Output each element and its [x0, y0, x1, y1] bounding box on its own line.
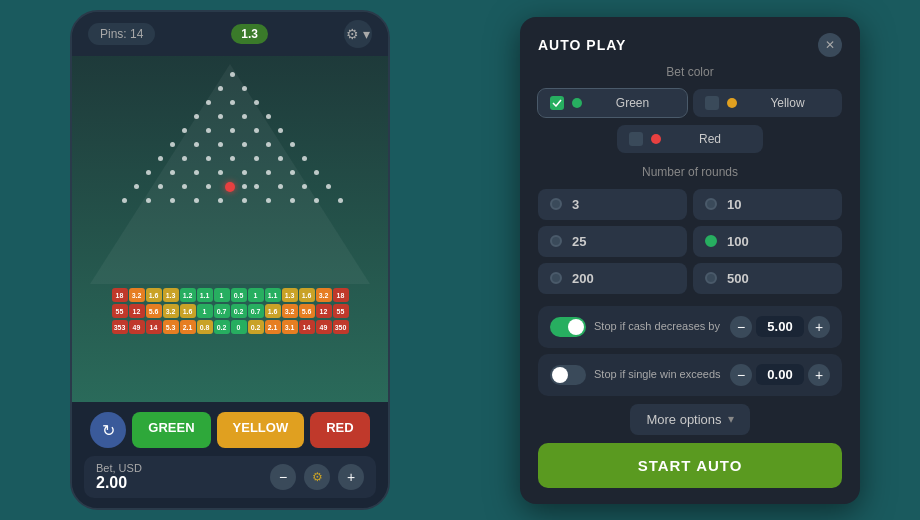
red-button[interactable]: RED — [310, 412, 369, 448]
stop1-minus[interactable]: − — [730, 316, 752, 338]
stop1-value-group: − 5.00 + — [730, 316, 830, 338]
mult-cell: 1.3 — [282, 288, 298, 302]
round-label-3: 3 — [572, 197, 579, 212]
mult-cell: 1.6 — [180, 304, 196, 318]
mult-cell: 0.5 — [231, 288, 247, 302]
stop2-toggle[interactable] — [550, 365, 586, 385]
phone-frame: Pins: 14 1.3 ⚙ ▾ — [70, 10, 390, 510]
bet-label: Bet, USD — [96, 462, 142, 474]
color-check-red — [629, 132, 643, 146]
mult-cell: 5.6 — [146, 304, 162, 318]
round-option-25[interactable]: 25 — [538, 226, 687, 257]
chevron-down-icon: ▾ — [728, 412, 734, 426]
color-buttons: ↻ GREEN YELLOW RED — [84, 412, 376, 448]
start-auto-button[interactable]: START AUTO — [538, 443, 842, 488]
mult-cell: 1.6 — [265, 304, 281, 318]
stop1-plus[interactable]: + — [808, 316, 830, 338]
mult-cell: 3.2 — [129, 288, 145, 302]
multiplier-rows: 18 3.2 1.6 1.3 1.2 1.1 1 0.5 1 1.1 1.3 1… — [85, 288, 375, 334]
mult-cell: 3.2 — [282, 304, 298, 318]
stop2-plus[interactable]: + — [808, 364, 830, 386]
bet-plus-button[interactable]: + — [338, 464, 364, 490]
close-button[interactable]: ✕ — [818, 33, 842, 57]
mult-cell: 1.1 — [265, 288, 281, 302]
mult-row-3: 353 49 14 5.3 2.1 0.8 0.2 0 0.2 2.1 3.1 … — [85, 320, 375, 334]
stop-condition-1: Stop if cash decreases by − 5.00 + — [538, 306, 842, 348]
stop2-value[interactable]: 0.00 — [756, 364, 804, 385]
round-label-10: 10 — [727, 197, 741, 212]
round-option-3[interactable]: 3 — [538, 189, 687, 220]
left-panel: Pins: 14 1.3 ⚙ ▾ — [0, 0, 460, 520]
rounds-grid: 3 10 25 100 200 — [538, 189, 842, 294]
stop2-text: Stop if single win exceeds — [594, 367, 722, 381]
game-area: 18 3.2 1.6 1.3 1.2 1.1 1 0.5 1 1.1 1.3 1… — [72, 56, 388, 402]
bet-minus-button[interactable]: − — [270, 464, 296, 490]
mult-cell: 0.2 — [231, 304, 247, 318]
round-label-500: 500 — [727, 271, 749, 286]
stop2-minus[interactable]: − — [730, 364, 752, 386]
mult-cell: 1.2 — [180, 288, 196, 302]
stop-condition-2: Stop if single win exceeds − 0.00 + — [538, 354, 842, 396]
mult-cell: 3.2 — [316, 288, 332, 302]
bet-coins-button[interactable]: ⚙ — [304, 464, 330, 490]
start-auto-label: START AUTO — [638, 457, 743, 474]
round-radio-200 — [550, 272, 562, 284]
mult-cell: 1 — [214, 288, 230, 302]
auto-play-modal: AUTO PLAY ✕ Bet color Green — [520, 17, 860, 504]
stop2-value-group: − 0.00 + — [730, 364, 830, 386]
mult-cell: 1.6 — [146, 288, 162, 302]
mult-cell: 1.1 — [197, 288, 213, 302]
round-label-100: 100 — [727, 234, 749, 249]
mult-cell: 2.1 — [265, 320, 281, 334]
more-options-button[interactable]: More options ▾ — [630, 404, 749, 435]
bet-info: Bet, USD 2.00 — [96, 462, 142, 492]
right-panel: AUTO PLAY ✕ Bet color Green — [460, 0, 920, 520]
bet-controls: − ⚙ + — [270, 464, 364, 490]
refresh-button[interactable]: ↻ — [90, 412, 126, 448]
color-option-green[interactable]: Green — [538, 89, 687, 117]
bet-color-label: Bet color — [538, 65, 842, 79]
mult-cell: 5.6 — [299, 304, 315, 318]
more-options-label: More options — [646, 412, 721, 427]
mult-cell: 0 — [231, 320, 247, 334]
mult-cell: 3.2 — [163, 304, 179, 318]
stop2-knob — [552, 367, 568, 383]
bet-color-single: Red — [538, 125, 842, 153]
mult-cell: 18 — [333, 288, 349, 302]
stop1-value[interactable]: 5.00 — [756, 316, 804, 337]
mult-cell: 0.7 — [214, 304, 230, 318]
green-label: Green — [590, 96, 675, 110]
mult-cell: 1.3 — [163, 288, 179, 302]
color-check-yellow — [705, 96, 719, 110]
mult-cell: 14 — [299, 320, 315, 334]
mult-cell: 1 — [248, 288, 264, 302]
green-button[interactable]: GREEN — [132, 412, 210, 448]
color-option-yellow[interactable]: Yellow — [693, 89, 842, 117]
mult-cell: 3.1 — [282, 320, 298, 334]
phone-controls: ↻ GREEN YELLOW RED Bet, USD 2.00 − — [72, 402, 388, 508]
bet-value: 2.00 — [96, 474, 142, 492]
round-option-100[interactable]: 100 — [693, 226, 842, 257]
round-option-500[interactable]: 500 — [693, 263, 842, 294]
round-radio-3 — [550, 198, 562, 210]
yellow-button[interactable]: YELLOW — [217, 412, 305, 448]
color-option-red[interactable]: Red — [617, 125, 763, 153]
yellow-label: Yellow — [745, 96, 830, 110]
round-option-200[interactable]: 200 — [538, 263, 687, 294]
triangle-area — [90, 64, 370, 284]
bet-color-grid: Green Yellow — [538, 89, 842, 117]
round-option-10[interactable]: 10 — [693, 189, 842, 220]
bet-row: Bet, USD 2.00 − ⚙ + — [84, 456, 376, 498]
stop1-toggle[interactable] — [550, 317, 586, 337]
mult-cell: 12 — [316, 304, 332, 318]
settings-button[interactable]: ⚙ ▾ — [344, 20, 372, 48]
mult-cell: 55 — [333, 304, 349, 318]
yellow-dot — [727, 98, 737, 108]
mult-cell: 1 — [197, 304, 213, 318]
modal-header: AUTO PLAY ✕ — [520, 17, 860, 65]
mult-cell: 49 — [129, 320, 145, 334]
rounds-label: Number of rounds — [538, 165, 842, 179]
mult-cell: 2.1 — [180, 320, 196, 334]
multiplier-value: 1.3 — [241, 27, 258, 41]
stop1-knob — [568, 319, 584, 335]
